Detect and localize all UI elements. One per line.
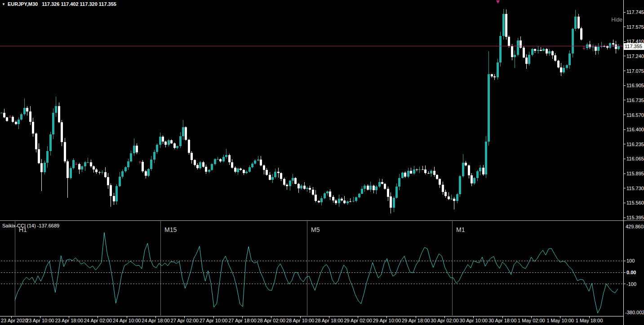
cci-level-label: 0.00 <box>626 269 636 276</box>
price-axis-label: 117.240 <box>626 53 644 59</box>
symbol-ohlc-header: ▼EURJPY,M30117.326 117.402 117.320 117.3… <box>2 1 116 8</box>
hide-button[interactable]: Hide <box>611 17 622 23</box>
cci-level-label: 100 <box>626 258 635 264</box>
time-axis-label: 28 Apr 10:00 <box>286 317 314 324</box>
price-axis-label: 117.745 <box>626 9 644 15</box>
cci-max-label: 429.8603 <box>626 223 644 230</box>
time-axis-label: 28 Apr 18:00 <box>315 317 343 324</box>
time-axis-label: 27 Apr 10:00 <box>200 317 227 324</box>
indicator-title: Saikix-CCI (14) -137.6689 <box>2 223 59 229</box>
price-axis-label: 115.730 <box>626 185 644 191</box>
time-axis-label: 30 Apr 10:00 <box>460 317 488 324</box>
time-axis-label: 30 Apr 02:00 <box>431 317 458 324</box>
cci-min-label: -380.0026 <box>625 309 644 316</box>
time-axis-label: 24 Apr 02:00 <box>84 317 112 324</box>
price-axis-label: 117.075 <box>626 68 644 74</box>
timeframe-label-m15: M15 <box>164 227 177 233</box>
indicator-subwindow-area[interactable] <box>0 221 623 316</box>
time-axis-label: 27 Apr 02:00 <box>171 317 199 324</box>
cci-level-label: -100 <box>626 281 636 287</box>
time-axis-label: 29 Apr 10:00 <box>373 317 401 324</box>
time-axis-label: 23 Apr 10:00 <box>26 317 54 324</box>
trading-terminal-chart-window: ▼EURJPY,M30117.326 117.402 117.320 117.3… <box>0 0 644 325</box>
timeframe-label-h1: H1 <box>19 227 27 233</box>
time-axis-label: 24 Apr 10:00 <box>113 317 141 324</box>
price-axis-label: 117.575 <box>626 24 644 30</box>
price-axis-label: 116.235 <box>626 141 644 147</box>
price-axis-label: 116.735 <box>626 97 644 103</box>
time-axis-label: 27 Apr 18:00 <box>228 317 256 324</box>
symbol-period-label: EURJPY,M30 <box>8 1 38 7</box>
time-axis-label: 23 Apr 18:00 <box>55 317 83 324</box>
symbol-dropdown-icon: ▼ <box>2 2 5 6</box>
time-axis-label: 30 Apr 18:00 <box>489 317 516 324</box>
time-axis-label: 1 May 18:00 <box>576 317 603 324</box>
timeframe-label-m5: M5 <box>311 227 320 233</box>
main-chart-area[interactable] <box>0 0 623 220</box>
price-axis-label: 116.570 <box>626 112 644 118</box>
time-axis-label: 24 Apr 18:00 <box>142 317 169 324</box>
time-axis-label: 29 Apr 18:00 <box>402 317 430 324</box>
price-axis-label: 115.395 <box>626 214 644 221</box>
time-axis-label: 1 May 02:00 <box>518 317 545 324</box>
price-axis-label: 116.905 <box>626 82 644 89</box>
price-axis-label: 116.065 <box>626 156 644 162</box>
price-axis-label: 117.410 <box>626 38 644 45</box>
timeframe-label-m1: M1 <box>456 227 465 233</box>
time-axis-label: 1 May 10:00 <box>546 317 574 324</box>
price-axis-label: 116.400 <box>626 126 644 133</box>
price-axis-label: 115.560 <box>626 200 644 206</box>
ohlc-quote-values: 117.326 117.402 117.320 117.355 <box>42 1 116 7</box>
time-axis-label: 28 Apr 02:00 <box>257 317 285 324</box>
price-axis-label: 115.895 <box>626 170 644 177</box>
time-axis-label: 23 Apr 2020 <box>1 317 27 324</box>
time-axis-label: 29 Apr 02:00 <box>344 317 372 324</box>
